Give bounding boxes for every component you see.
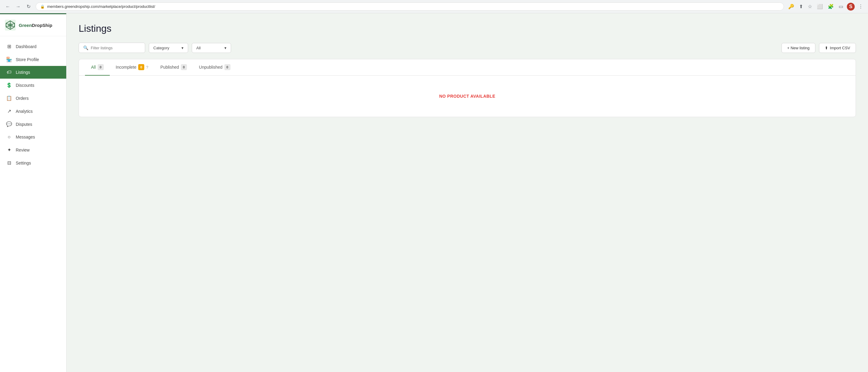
settings-icon: ⊟	[6, 160, 12, 166]
search-icon: 🔍	[83, 45, 88, 50]
chevron-down-icon: ▾	[224, 46, 226, 50]
sidebar: GreenDropShip ⊞ Dashboard 🏪 Store Profil…	[0, 13, 66, 372]
messages-icon: ○	[6, 134, 12, 140]
sidebar-item-discounts[interactable]: 💲 Discounts	[0, 79, 66, 92]
tab-all[interactable]: All 0	[85, 59, 110, 75]
sidebar-item-label: Store Profile	[16, 57, 39, 62]
more-options-icon[interactable]: ⋮	[857, 2, 864, 10]
tab-incomplete-badge: 0	[138, 64, 144, 70]
app-layout: GreenDropShip ⊞ Dashboard 🏪 Store Profil…	[0, 13, 868, 372]
browser-chrome: ← → ↻ 🔒 members.greendropship.com/market…	[0, 0, 868, 13]
tab-published-label: Published	[160, 65, 179, 69]
search-box[interactable]: 🔍	[79, 43, 145, 53]
tab-unpublished-label: Unpublished	[199, 65, 223, 69]
tab-icon[interactable]: ⬜	[816, 2, 824, 10]
chevron-down-icon: ▾	[182, 46, 184, 50]
star-icon[interactable]: ☆	[807, 2, 813, 10]
new-listing-button[interactable]: + New listing	[781, 43, 815, 53]
share-icon[interactable]: ⬆	[798, 2, 804, 10]
all-dropdown[interactable]: All ▾	[192, 43, 231, 53]
sidebar-item-messages[interactable]: ○ Messages	[0, 131, 66, 143]
orders-icon: 📋	[6, 95, 12, 101]
no-product-message: NO PRODUCT AVAILABLE	[85, 94, 849, 99]
sidebar-item-label: Disputes	[16, 122, 32, 127]
sidebar-item-label: Settings	[16, 161, 31, 165]
listings-toolbar: 🔍 Category ▾ All ▾ + New listing ⬆ Impor…	[79, 43, 856, 53]
user-avatar[interactable]: S	[847, 3, 855, 10]
tab-unpublished-badge: 0	[224, 64, 230, 70]
sidebar-icon[interactable]: ▭	[837, 2, 844, 10]
logo-text: GreenDropShip	[19, 23, 52, 28]
help-icon[interactable]: ?	[146, 65, 148, 69]
sidebar-item-settings[interactable]: ⊟ Settings	[0, 156, 66, 169]
extension-icon[interactable]: 🧩	[827, 2, 835, 10]
key-icon[interactable]: 🔑	[787, 2, 796, 10]
sidebar-item-label: Discounts	[16, 83, 34, 88]
category-label: Category	[153, 46, 169, 50]
sidebar-logo[interactable]: GreenDropShip	[0, 13, 66, 36]
disputes-icon: 💬	[6, 121, 12, 127]
tab-published[interactable]: Published 0	[154, 59, 193, 75]
sidebar-item-review[interactable]: ✦ Review	[0, 143, 66, 156]
search-input[interactable]	[91, 46, 136, 50]
sidebar-item-orders[interactable]: 📋 Orders	[0, 92, 66, 105]
address-bar[interactable]: 🔒 members.greendropship.com/marketplace/…	[36, 2, 784, 10]
reload-button[interactable]: ↻	[24, 2, 33, 11]
sidebar-item-listings[interactable]: 🏷 Listings	[0, 66, 66, 79]
tab-all-badge: 0	[98, 64, 104, 70]
listings-tabs-panel: All 0 Incomplete 0 ? Published 0 Unpubli…	[79, 59, 856, 117]
url-text: members.greendropship.com/marketplace/pr…	[47, 4, 155, 9]
tab-incomplete[interactable]: Incomplete 0 ?	[110, 59, 155, 75]
main-content: Listings 🔍 Category ▾ All ▾ + New listin…	[66, 13, 868, 372]
all-label: All	[196, 46, 200, 50]
review-icon: ✦	[6, 147, 12, 153]
page-title: Listings	[79, 23, 856, 34]
sidebar-item-label: Analytics	[16, 109, 33, 114]
listings-icon: 🏷	[6, 69, 12, 75]
tabs-header: All 0 Incomplete 0 ? Published 0 Unpubli…	[79, 59, 856, 75]
sidebar-item-dashboard[interactable]: ⊞ Dashboard	[0, 40, 66, 53]
sidebar-item-store-profile[interactable]: 🏪 Store Profile	[0, 53, 66, 66]
sidebar-item-label: Listings	[16, 70, 30, 75]
sidebar-item-analytics[interactable]: ↗ Analytics	[0, 105, 66, 118]
dashboard-icon: ⊞	[6, 43, 12, 49]
analytics-icon: ↗	[6, 108, 12, 114]
back-button[interactable]: ←	[4, 2, 12, 11]
sidebar-item-label: Dashboard	[16, 44, 37, 49]
browser-nav-buttons: ← → ↻	[4, 2, 33, 11]
browser-actions: 🔑 ⬆ ☆ ⬜ 🧩 ▭ S ⋮	[787, 2, 864, 10]
sidebar-navigation: ⊞ Dashboard 🏪 Store Profile 🏷 Listings 💲…	[0, 36, 66, 173]
forward-button[interactable]: →	[14, 2, 22, 11]
toolbar-right: + New listing ⬆ Import CSV	[781, 43, 856, 53]
lock-icon: 🔒	[40, 4, 45, 9]
discounts-icon: 💲	[6, 82, 12, 88]
import-csv-button[interactable]: ⬆ Import CSV	[819, 43, 856, 53]
category-dropdown[interactable]: Category ▾	[149, 43, 188, 53]
sidebar-item-label: Messages	[16, 134, 35, 140]
store-profile-icon: 🏪	[6, 57, 12, 62]
tabs-content: NO PRODUCT AVAILABLE	[79, 75, 856, 117]
import-csv-label: Import CSV	[830, 46, 850, 50]
tab-incomplete-label: Incomplete	[116, 65, 136, 69]
tab-all-label: All	[91, 65, 96, 69]
tab-unpublished[interactable]: Unpublished 0	[193, 59, 237, 75]
tab-published-badge: 0	[181, 64, 187, 70]
sidebar-item-disputes[interactable]: 💬 Disputes	[0, 118, 66, 131]
sidebar-item-label: Orders	[16, 96, 29, 101]
upload-icon: ⬆	[825, 46, 828, 50]
sidebar-item-label: Review	[16, 148, 30, 152]
logo-icon	[5, 20, 16, 31]
